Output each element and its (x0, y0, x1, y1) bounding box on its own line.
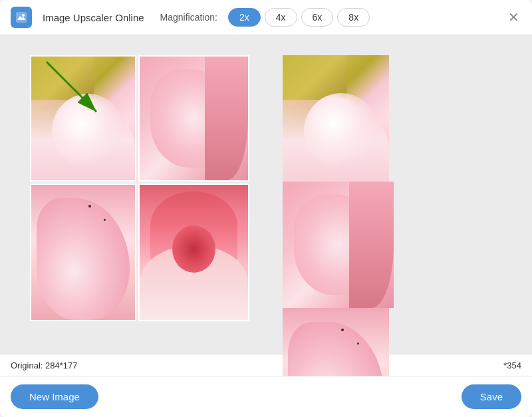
main-content: Original: 284*177 *354 (0, 35, 532, 376)
original-dimensions: Original: 284*177 (11, 360, 77, 370)
mag-2x-button[interactable]: 2x (228, 8, 261, 27)
mag-8x-button[interactable]: 8x (337, 8, 370, 27)
app-window: Image Upscaler Online Magnification: 2x … (0, 0, 532, 417)
upscaled-mosaic (283, 55, 502, 321)
footer: New Image Save (0, 376, 532, 417)
mag-6x-button[interactable]: 6x (301, 8, 334, 27)
status-bar: Original: 284*177 *354 (0, 354, 532, 376)
upscaled-tile-top-right (283, 182, 394, 308)
upscaled-image-panel (283, 55, 502, 321)
magnification-buttons: 2x 4x 6x 8x (228, 8, 370, 27)
images-area (0, 35, 532, 354)
tile-top-left (30, 55, 136, 182)
upscaled-tile-bottom-left (283, 308, 389, 376)
mag-4x-button[interactable]: 4x (265, 8, 297, 27)
original-image-panel (30, 55, 249, 321)
close-button[interactable]: ✕ (505, 9, 521, 25)
app-logo (11, 7, 32, 28)
save-button[interactable]: Save (462, 384, 521, 409)
tile-bottom-right (138, 184, 249, 321)
svg-point-1 (22, 14, 25, 17)
upscaled-dimensions: *354 (503, 360, 521, 370)
new-image-button[interactable]: New Image (11, 384, 98, 409)
tile-bottom-left (30, 184, 136, 321)
original-mosaic (30, 55, 249, 321)
magnification-label: Magnification: (160, 12, 217, 23)
upscaled-tile-top-left (283, 55, 389, 182)
app-title: Image Upscaler Online (43, 12, 144, 23)
header: Image Upscaler Online Magnification: 2x … (0, 0, 532, 35)
tile-top-right (138, 55, 249, 182)
